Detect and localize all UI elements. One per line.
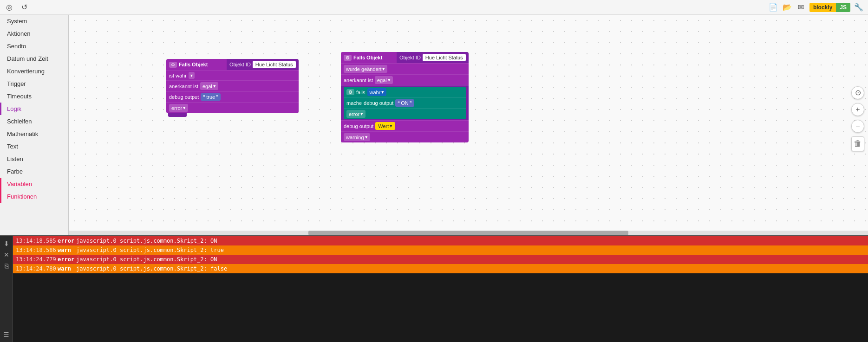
block1-egal-dropdown[interactable]: egal▾ xyxy=(200,82,218,90)
console-panel: ⬇ ✕ ⎘ ☰ 13:14:18.585error javascript.0 s… xyxy=(0,235,868,342)
log-message: javascript.0 script.js.common.Skript_2: … xyxy=(76,265,227,272)
block2-falls: falls xyxy=(356,90,365,95)
zoom-controls: ⊙ + − 🗑 xyxy=(851,86,864,151)
log-level: warn xyxy=(58,247,76,253)
sidebar-item-trigger[interactable]: Trigger xyxy=(0,77,68,90)
block2-debug2: debug output xyxy=(344,123,373,129)
open-file-icon[interactable]: 📂 xyxy=(782,2,793,13)
zoom-in-btn[interactable]: + xyxy=(851,103,864,116)
block2-title: Falls Objekt xyxy=(353,55,382,60)
block1-ist-wahr-dropdown[interactable]: ▾ xyxy=(189,72,195,79)
log-level: error xyxy=(58,256,76,263)
block1-error-dropdown[interactable]: error▾ xyxy=(169,104,188,112)
sidebar-item-logik[interactable]: Logik xyxy=(0,103,68,115)
zoom-center-btn[interactable]: ⊙ xyxy=(851,86,864,99)
tab-blockly[interactable]: blockly xyxy=(809,3,836,12)
block1-debug-label: debug output xyxy=(169,94,199,100)
sidebar-item-mathematik[interactable]: Mathematik xyxy=(0,128,68,140)
block2-mache: mache xyxy=(346,100,362,106)
zoom-out-btn[interactable]: − xyxy=(851,120,864,133)
log-level: error xyxy=(58,238,76,244)
sidebar-item-schleifen[interactable]: Schleifen xyxy=(0,115,68,128)
block1-anerkannt-ist: anerkannt ist xyxy=(169,84,198,89)
log-message: javascript.0 script.js.common.Skript_2: … xyxy=(76,256,217,263)
log-timestamp: 13:14:18.585 xyxy=(16,238,58,244)
header: ◎ ↺ 📄 📂 ✉ blockly JS 🔧 xyxy=(0,0,868,15)
new-file-icon[interactable]: 📄 xyxy=(768,2,779,13)
block1-title: Falls Objekt xyxy=(179,62,208,67)
block2-error-dropdown[interactable]: error▾ xyxy=(346,110,365,118)
block2-wahr-dropdown[interactable]: wahr▾ xyxy=(367,88,387,96)
block2-warning-dropdown[interactable]: warning▾ xyxy=(344,133,370,141)
blockly-canvas[interactable]: ⚙ Falls Objekt Objekt ID Hue Licht Statu… xyxy=(69,15,868,235)
log-line: 13:14:24.780warn javascript.0 script.js.… xyxy=(13,264,868,273)
block2-wert-value[interactable]: Wert▾ xyxy=(375,122,395,130)
tab-js[interactable]: JS xyxy=(836,3,850,12)
block2-debug-output: debug output xyxy=(364,100,393,106)
block2-hue[interactable]: Hue Licht Status xyxy=(423,54,466,61)
gear-icon-2: ⚙ xyxy=(344,55,352,61)
console-toolbar: ⬇ ✕ ⎘ ☰ xyxy=(0,236,13,342)
clear-icon[interactable]: ✕ xyxy=(2,251,11,258)
menu-icon[interactable]: ☰ xyxy=(2,331,11,338)
block2-anerkannt: anerkannt ist xyxy=(344,77,373,83)
sidebar-item-variablen[interactable]: Variablen xyxy=(0,178,68,190)
block2-objekt-id: Objekt ID xyxy=(399,55,421,60)
editor-tabs: blockly JS xyxy=(809,3,850,12)
log-line: 13:14:18.585error javascript.0 script.js… xyxy=(13,236,868,245)
block2-string-on: ❝ON❞ xyxy=(395,99,414,107)
sidebar-item-farbe[interactable]: Farbe xyxy=(0,165,68,178)
log-line: 13:14:18.586warn javascript.0 script.js.… xyxy=(13,245,868,255)
block2-wurde-dropdown[interactable]: wurde geändert▾ xyxy=(344,65,387,73)
sidebar-item-text[interactable]: Text xyxy=(0,140,68,153)
log-timestamp: 13:14:18.586 xyxy=(16,247,58,253)
sidebar-item-system[interactable]: System xyxy=(0,15,68,27)
log-level: warn xyxy=(58,265,76,272)
sidebar-item-aktionen[interactable]: Aktionen xyxy=(0,27,68,40)
sidebar-item-datum[interactable]: Datum und Zeit xyxy=(0,52,68,65)
header-right: 📄 📂 ✉ blockly JS 🔧 xyxy=(768,2,864,13)
console-log-content: 13:14:18.585error javascript.0 script.js… xyxy=(13,236,868,342)
scroll-thumb[interactable] xyxy=(308,231,628,235)
sidebar-item-funktionen[interactable]: Funktionen xyxy=(0,190,68,203)
mail-icon[interactable]: ✉ xyxy=(796,2,807,13)
block1-hue-licht[interactable]: Hue Licht Status xyxy=(253,61,296,68)
block1-objekt-id-label: Objekt ID xyxy=(229,62,251,67)
sidebar-item-timeouts[interactable]: Timeouts xyxy=(0,90,68,103)
canvas-scrollbar[interactable] xyxy=(69,231,868,235)
block-group-1: ⚙ Falls Objekt Objekt ID Hue Licht Statu… xyxy=(166,59,299,117)
block-group-2: ⚙ Falls Objekt Objekt ID Hue Licht Statu… xyxy=(341,52,469,142)
trash-btn[interactable]: 🗑 xyxy=(851,136,864,151)
log-timestamp: 13:14:24.779 xyxy=(16,256,58,263)
copy-icon[interactable]: ⎘ xyxy=(2,262,11,270)
sidebar-item-konvertierung[interactable]: Konvertierung xyxy=(0,65,68,77)
gear-icon-3: ⚙ xyxy=(346,89,354,95)
log-message: javascript.0 script.js.common.Skript_2: … xyxy=(76,247,224,253)
settings-icon[interactable]: 🔧 xyxy=(853,2,864,13)
block2-egal-dropdown[interactable]: egal▾ xyxy=(375,76,393,84)
target-icon[interactable]: ◎ xyxy=(4,2,15,13)
log-line: 13:14:24.779error javascript.0 script.js… xyxy=(13,255,868,264)
sidebar: System Aktionen Sendto Datum und Zeit Ko… xyxy=(0,15,69,235)
block1-string-true: ❝true❞ xyxy=(201,93,221,101)
header-left: ◎ ↺ xyxy=(4,2,30,13)
sidebar-item-sendto[interactable]: Sendto xyxy=(0,40,68,52)
block1-ist-wahr: ist wahr xyxy=(169,73,187,78)
sidebar-item-listen[interactable]: Listen xyxy=(0,153,68,165)
refresh-icon[interactable]: ↺ xyxy=(19,2,30,13)
log-message: javascript.0 script.js.common.Skript_2: … xyxy=(76,238,217,244)
download-icon[interactable]: ⬇ xyxy=(2,240,11,247)
log-timestamp: 13:14:24.780 xyxy=(16,265,58,272)
gear-icon-1: ⚙ xyxy=(169,62,177,68)
